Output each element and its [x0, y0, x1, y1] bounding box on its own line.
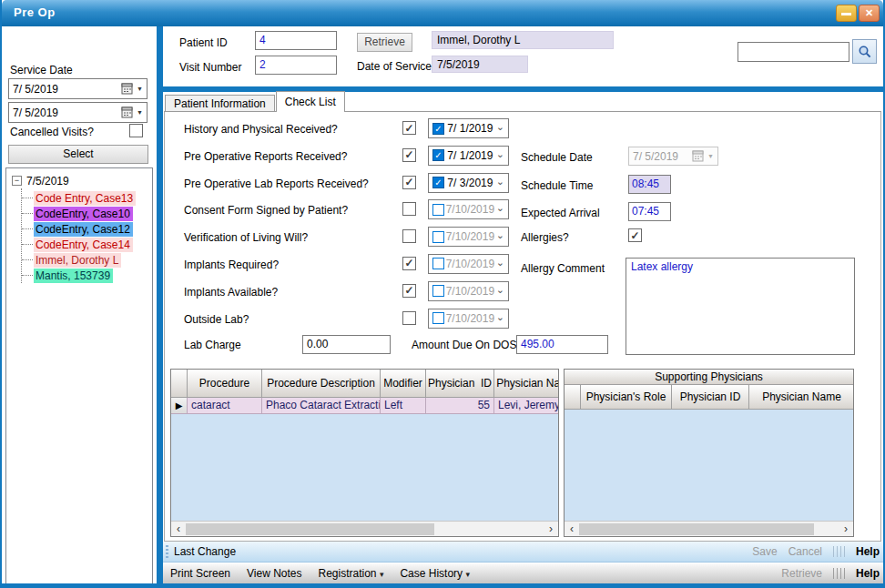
date-combo[interactable]: 7/10/2019⌄: [428, 281, 509, 301]
date-combo[interactable]: 7/10/2019⌄: [428, 254, 509, 274]
checklist-checkbox[interactable]: ✓: [402, 257, 416, 270]
date-combo-checkbox[interactable]: [432, 312, 444, 324]
tab-check-list[interactable]: Check List: [276, 91, 345, 112]
expected-arrival-field[interactable]: 07:45: [628, 202, 671, 221]
allergies-label: Allergies?: [521, 231, 569, 244]
table-cell[interactable]: cataract: [188, 398, 262, 414]
help-button[interactable]: Help: [856, 545, 880, 558]
date-combo[interactable]: 7/10/2019⌄: [428, 199, 509, 219]
visit-number-input[interactable]: 2: [255, 56, 337, 75]
checklist-checkbox[interactable]: ✓: [402, 121, 416, 135]
service-date-to-value: 7/ 5/2019: [13, 106, 121, 119]
table-cell[interactable]: Levi, Jeremy: [494, 398, 559, 414]
column-header[interactable]: Physician ID: [672, 385, 749, 410]
view-notes-button[interactable]: View Notes: [247, 567, 301, 580]
help-bottom-button[interactable]: Help: [856, 567, 880, 580]
tree-elbow-line: [22, 213, 33, 214]
service-date-from-picker[interactable]: 7/ 5/2019 ▼: [8, 78, 148, 99]
checklist-checkbox[interactable]: [402, 229, 416, 243]
scrollbar-thumb[interactable]: [186, 523, 434, 535]
date-combo[interactable]: ✓7/ 1/2019⌄: [428, 118, 509, 138]
tree-item[interactable]: Mantis, 153739: [22, 268, 152, 283]
case-history-menu[interactable]: Case History ▾: [400, 567, 470, 580]
dropdown-arrow-icon: ▼: [707, 153, 714, 159]
chevron-down-icon: ▾: [380, 570, 384, 579]
scroll-right-icon[interactable]: ›: [839, 522, 853, 535]
date-combo-checkbox[interactable]: ✓: [432, 123, 444, 135]
print-screen-button[interactable]: Print Screen: [170, 567, 230, 580]
tree-item[interactable]: Code Entry, Case13: [22, 190, 152, 206]
tree-item-label[interactable]: Code Entry, Case13: [34, 191, 136, 206]
tree-item[interactable]: Immel, Dorothy L: [22, 252, 152, 268]
checklist-checkbox[interactable]: [402, 311, 416, 325]
minimize-button[interactable]: [836, 5, 857, 22]
tree-item-label[interactable]: Immel, Dorothy L: [34, 253, 121, 268]
tree-item-label[interactable]: CodeEntry, Case14: [34, 238, 133, 252]
column-header[interactable]: Procedure Description: [262, 370, 381, 398]
table-cell[interactable]: 55: [426, 398, 494, 414]
tree-item-label[interactable]: CodeEntry, Case12: [34, 222, 133, 237]
close-button[interactable]: ✕: [859, 5, 880, 22]
dropdown-arrow-icon[interactable]: ▼: [137, 86, 143, 92]
retrieve-button[interactable]: Retrieve: [357, 33, 412, 52]
column-header[interactable]: Physician's Role: [581, 385, 672, 410]
allergies-checkbox[interactable]: ✓: [628, 228, 642, 242]
date-combo-checkbox[interactable]: [432, 231, 444, 243]
tree-item[interactable]: CodeEntry, Case10: [22, 206, 152, 221]
date-combo[interactable]: ✓7/ 1/2019⌄: [428, 146, 509, 166]
column-header[interactable]: Physician Name: [494, 370, 559, 398]
tree-item-label[interactable]: CodeEntry, Case10: [34, 207, 133, 221]
registration-menu[interactable]: Registration ▾: [319, 567, 384, 580]
scroll-left-icon[interactable]: ‹: [565, 522, 579, 535]
date-combo[interactable]: 7/10/2019⌄: [428, 309, 509, 329]
checklist-checkbox[interactable]: ✓: [402, 176, 416, 189]
column-header[interactable]: Procedure: [188, 370, 262, 398]
patient-id-input[interactable]: 4: [255, 31, 337, 50]
lab-charge-input[interactable]: 0.00: [302, 335, 391, 354]
tree-root[interactable]: − 7/5/2019: [12, 173, 152, 188]
search-input[interactable]: [738, 42, 849, 62]
date-of-service-field: 7/5/2019: [432, 56, 528, 73]
date-combo-checkbox[interactable]: ✓: [432, 177, 444, 188]
column-header[interactable]: Physician Name: [749, 385, 854, 410]
date-combo-checkbox[interactable]: ✓: [432, 149, 444, 161]
date-combo[interactable]: ✓7/ 3/2019⌄: [428, 173, 509, 193]
date-combo-checkbox[interactable]: [432, 204, 444, 216]
date-combo-checkbox[interactable]: [432, 285, 444, 297]
procedures-grid-hscrollbar[interactable]: ‹ ›: [171, 521, 558, 536]
scroll-right-icon[interactable]: ›: [544, 522, 558, 535]
column-header[interactable]: Physician ID: [426, 370, 494, 398]
service-date-to-picker[interactable]: 7/ 5/2019 ▼: [8, 102, 148, 123]
checklist-checkbox[interactable]: ✓: [402, 148, 416, 162]
search-button[interactable]: [852, 39, 877, 64]
date-combo[interactable]: 7/10/2019⌄: [428, 227, 509, 247]
tree-item[interactable]: CodeEntry, Case14: [22, 237, 152, 252]
scroll-left-icon[interactable]: ‹: [171, 522, 186, 535]
tree-item[interactable]: CodeEntry, Case12: [22, 221, 152, 237]
cancelled-visits-checkbox[interactable]: [129, 124, 143, 137]
schedule-date-picker: 7/ 5/2019 ▼: [628, 147, 718, 166]
dropdown-arrow-icon[interactable]: ▼: [137, 109, 143, 116]
supporting-grid-hscrollbar[interactable]: ‹ ›: [565, 521, 853, 536]
title-bar[interactable]: Pre Op ✕: [2, 0, 883, 26]
save-button[interactable]: Save: [752, 545, 777, 558]
tree-collapse-icon[interactable]: −: [12, 176, 22, 186]
select-button[interactable]: Select: [8, 145, 148, 164]
column-header[interactable]: Modifier: [381, 370, 426, 398]
checklist-checkbox[interactable]: ✓: [402, 284, 416, 298]
table-cell[interactable]: Left: [381, 398, 426, 414]
schedule-time-field[interactable]: 08:45: [628, 175, 671, 194]
tab-patient-information[interactable]: Patient Information: [165, 95, 275, 112]
table-cell[interactable]: Phaco Cataract Extraction W: [262, 398, 381, 414]
allergy-comment-textarea[interactable]: Latex allergy: [626, 258, 855, 355]
scrollbar-thumb[interactable]: [579, 523, 814, 535]
cancel-button[interactable]: Cancel: [788, 545, 822, 558]
date-combo-checkbox[interactable]: [432, 258, 444, 269]
chevron-down-icon: ▾: [465, 570, 470, 579]
supporting-physicians-caption: Supporting Physicians: [565, 370, 853, 385]
checklist-item-label: Verification of Living Will?: [184, 231, 308, 244]
tree-item-label[interactable]: Mantis, 153739: [34, 269, 113, 283]
checklist-checkbox[interactable]: [402, 202, 416, 216]
retrieve-bottom-button[interactable]: Retrieve: [781, 567, 822, 580]
amount-due-input[interactable]: 495.00: [516, 335, 608, 354]
